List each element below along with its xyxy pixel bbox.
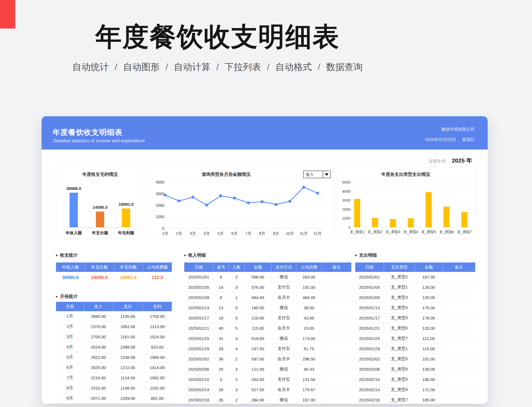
table-cell: 8 (213, 272, 229, 282)
table-cell: 会员卡 (271, 354, 296, 364)
tagline-item: 数据查询 (326, 62, 363, 72)
table-cell: 29 (213, 344, 229, 354)
tagline-item: 自动图形 (123, 62, 160, 72)
table-row: 2025/01/13235180.00微信36.00 (184, 303, 351, 313)
section-income-label: 收入明细 (188, 253, 206, 258)
table-row: 2025/01/25支_类型7112.00 (355, 333, 475, 344)
page-title: 年度餐饮收支明细表 (0, 19, 435, 55)
x-tick-label: 1月 (162, 231, 168, 236)
monthly-table-header-row: 月份收入支出毛利 (56, 302, 172, 311)
table-cell: 2025/01/25 (355, 333, 384, 344)
year-setting-value[interactable]: 2025 年 (452, 157, 472, 164)
table-row: 6月2625.001211.001414.00 (56, 362, 172, 373)
table-cell: 2019.00 (84, 342, 113, 352)
table-cell: 3月 (56, 332, 84, 342)
expense-type-bar-chart-canvas: 010002000300040005000支_类型1支_类型2支_类型3支_类型… (338, 179, 474, 238)
table-row: 2025/02/06支_类型6139.00 (355, 364, 475, 374)
table-cell: 165.00 (415, 395, 443, 404)
table-cell: 26 (213, 385, 229, 395)
dropdown-button[interactable] (323, 171, 330, 178)
table-cell: 9月 (56, 393, 84, 403)
monthly-table: 月份收入支出毛利 1月2885.001135.001750.002月2375.0… (56, 302, 172, 403)
tagline-separator: / (318, 62, 320, 72)
table-cell: 5 (229, 303, 244, 313)
column-header: 收入 (84, 302, 113, 311)
table-row: 9月2071.001209.00862.00 (56, 393, 172, 403)
y-tick-label: 5000 (342, 180, 351, 184)
table-cell: 23 (213, 303, 229, 313)
table-cell (443, 282, 475, 292)
table-cell: 1181.00 (113, 332, 142, 342)
table-cell: 支_类型5 (384, 313, 415, 323)
feature-tagline: 自动统计/自动图形/自动计算/下拉列表/自动格式/数据查询 (0, 61, 435, 73)
header-band: 年度餐饮收支明细表 Detailed statistics of income … (42, 116, 488, 150)
table-cell (443, 272, 475, 282)
table-cell: 支_类型6 (384, 364, 415, 374)
table-cell: 微信 (271, 364, 296, 374)
y-tick-label: 1000 (342, 216, 351, 220)
table-cell (322, 303, 351, 313)
y-tick-label: 4000 (342, 189, 351, 194)
table-cell: 30986.0 (56, 272, 85, 283)
sheet-subtitle: Detailed statistics of income and expend… (53, 138, 145, 143)
table-cell: 8月 (56, 383, 84, 393)
section-expense: 支出明细 (355, 253, 377, 258)
x-tick-label: 4月 (204, 231, 210, 236)
table-row: 8月2310.001148.001162.00 (56, 383, 172, 393)
section-expense-label: 支出明细 (359, 253, 377, 258)
expense-type-bar-chart-title: 年度各支出类型支出情况 (336, 172, 475, 177)
table-cell: 支_类型6 (384, 385, 415, 395)
table-cell: 1584.00 (142, 352, 172, 362)
bar (70, 193, 78, 227)
table-cell: 190.00 (415, 374, 443, 385)
table-cell: 2025/02/02 (355, 354, 384, 364)
bar-value-label: 30986.0 (66, 186, 81, 191)
table-cell: 1162.00 (142, 383, 172, 393)
table-cell: 2705.00 (84, 332, 113, 342)
table-cell: 283.00 (296, 272, 322, 282)
table-row: 2025/02/18352394.00微信197.00 (184, 395, 351, 404)
table-cell: 263.00 (244, 374, 271, 385)
table-row: 2月2375.001062.001313.00 (56, 321, 172, 332)
table-row: 2025/02/02支_类型5101.00 (355, 354, 475, 364)
table-cell: 2025/01/05 (355, 282, 384, 292)
y-tick-label: 3000 (156, 192, 164, 196)
table-cell: 会员卡 (271, 323, 296, 333)
table-cell: 3 (229, 385, 244, 395)
table-cell (443, 313, 475, 323)
line-series (165, 187, 318, 205)
table-cell: 1209.00 (113, 393, 142, 403)
table-row: 2025/02/1032263.00支付宝131.50 (184, 374, 351, 385)
bar (372, 218, 378, 227)
bar-category-label: 年支出额 (92, 231, 108, 235)
table-row: 2025/01/17185218.00支付宝43.60 (184, 313, 351, 323)
table-cell: 25 (213, 364, 229, 374)
table-cell: 支_类型6 (384, 323, 415, 333)
data-point (205, 204, 208, 207)
column-header: 支付方式 (271, 262, 296, 272)
table-row: 2025/02/02362597.00会员卡298.50 (184, 354, 351, 364)
table-cell: 16891.0 (114, 272, 143, 283)
table-cell: 2025/01/17 (355, 313, 384, 323)
table-cell: 2025/02/10 (355, 374, 384, 385)
table-cell: 4月 (56, 342, 84, 352)
bar-value-label: 16891.0 (119, 202, 134, 207)
column-header: 毛利 (142, 302, 172, 311)
query-type-dropdown[interactable]: 收入 (303, 171, 331, 178)
table-cell: 115.00 (244, 323, 271, 333)
table-cell: 31 (213, 333, 229, 344)
table-cell: 2025/01/17 (184, 313, 213, 323)
table-cell: 支付宝 (271, 344, 296, 354)
table-cell: 2375.00 (84, 321, 113, 332)
table-cell: 1414.00 (142, 362, 172, 373)
table-cell: 微信 (271, 272, 296, 282)
section-monthly: 月份统计 (56, 294, 78, 300)
bar (444, 207, 450, 227)
table-row: 5月2822.001238.001584.00 (56, 352, 172, 362)
expense-table-header-row: 日期支出类型金额备注 (355, 262, 475, 272)
table-cell (322, 385, 351, 395)
table-row: 3月2705.001181.001524.00 (56, 332, 172, 342)
bar (461, 212, 467, 227)
table-cell: 5 (229, 323, 244, 333)
table-cell (322, 313, 351, 323)
